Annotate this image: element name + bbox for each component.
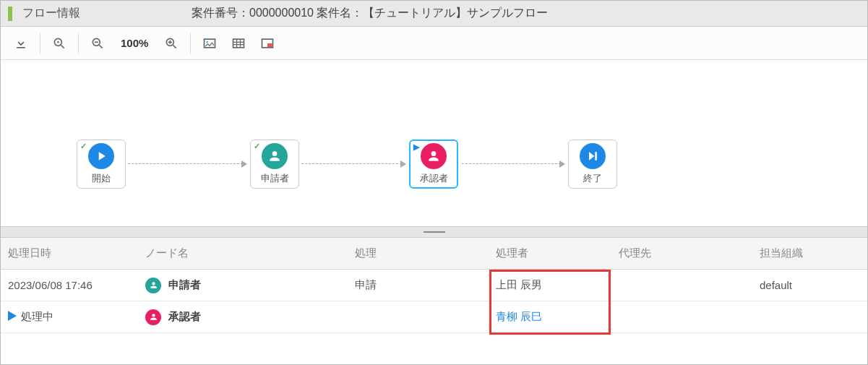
col-proxy: 代理先 xyxy=(611,246,752,260)
fit-zoom-button[interactable] xyxy=(45,27,74,59)
person-circle-icon xyxy=(262,143,288,169)
cell-operator: 上田 辰男 xyxy=(489,278,611,292)
svg-point-1 xyxy=(57,41,59,43)
cell-datetime: 2023/06/08 17:46 xyxy=(1,279,138,291)
node-label: 承認者 xyxy=(420,172,448,185)
flow-arrow xyxy=(128,163,246,165)
play-circle-icon xyxy=(88,143,114,169)
history-table: 処理日時 ノード名 処理 処理者 代理先 担当組織 2023/06/08 17:… xyxy=(1,238,867,364)
col-action: 処理 xyxy=(348,246,489,260)
zoom-in-icon xyxy=(164,36,179,51)
cell-node-label: 承認者 xyxy=(168,310,201,324)
flow-arrow xyxy=(462,163,564,165)
cell-status-label: 処理中 xyxy=(21,310,53,322)
node-label: 開始 xyxy=(92,172,111,185)
check-icon: ✓ xyxy=(254,142,260,151)
table-icon xyxy=(231,36,246,51)
pane-splitter[interactable] xyxy=(1,226,867,238)
view-detail-button[interactable] xyxy=(253,27,282,59)
app-window: フロー情報 案件番号：0000000010 案件名：【チュートリアル】サンプルフ… xyxy=(0,0,868,365)
cell-operator-link[interactable]: 青柳 辰巳 xyxy=(489,310,611,324)
skip-end-icon xyxy=(580,143,606,169)
toolbar-separator xyxy=(40,33,40,54)
node-label: 申請者 xyxy=(261,172,289,185)
view-table-button[interactable] xyxy=(224,27,253,59)
toolbar: 100% xyxy=(1,27,867,60)
grip-icon xyxy=(424,231,445,233)
toolbar-separator xyxy=(190,33,191,54)
check-icon: ✓ xyxy=(80,142,87,151)
flow-arrow xyxy=(301,163,405,165)
svg-point-5 xyxy=(207,41,209,43)
col-datetime: 処理日時 xyxy=(1,246,138,260)
title-marker xyxy=(8,7,12,21)
flow-node-approver[interactable]: ▶ 承認者 xyxy=(409,139,458,189)
cell-node: 申請者 xyxy=(138,278,348,293)
window-title: フロー情報 xyxy=(22,6,80,21)
view-flow-button[interactable] xyxy=(195,27,224,59)
node-label: 終了 xyxy=(583,172,602,185)
zoom-out-icon xyxy=(90,36,105,51)
play-badge-icon: ▶ xyxy=(413,142,419,152)
download-button[interactable] xyxy=(7,27,35,59)
window-subtitle: 案件番号：0000000010 案件名：【チュートリアル】サンプルフロー xyxy=(192,6,548,21)
cell-node-label: 申請者 xyxy=(168,278,201,292)
col-org: 担当組織 xyxy=(752,246,867,260)
person-circle-icon xyxy=(145,278,161,293)
col-operator: 処理者 xyxy=(489,246,611,260)
cell-org: default xyxy=(752,279,867,291)
flow-node-end[interactable]: 終了 xyxy=(568,139,617,189)
table-header: 処理日時 ノード名 処理 処理者 代理先 担当組織 xyxy=(1,238,867,270)
zoom-out-button[interactable] xyxy=(83,27,112,59)
svg-rect-8 xyxy=(267,43,272,47)
download-icon xyxy=(14,36,28,51)
flow-node-applicant[interactable]: ✓ 申請者 xyxy=(250,139,299,189)
person-circle-icon xyxy=(421,143,447,169)
play-triangle-icon xyxy=(8,311,17,321)
person-circle-icon xyxy=(145,309,161,325)
svg-rect-6 xyxy=(233,39,244,48)
zoom-level: 100% xyxy=(112,37,157,49)
table-row[interactable]: 2023/06/08 17:46 申請者 申請 上田 辰男 default xyxy=(1,270,867,301)
col-node: ノード名 xyxy=(138,246,348,260)
cell-node: 承認者 xyxy=(138,309,348,325)
toolbar-separator xyxy=(78,33,79,54)
titlebar: フロー情報 案件番号：0000000010 案件名：【チュートリアル】サンプルフ… xyxy=(1,1,867,27)
image-box-icon xyxy=(202,36,217,51)
cell-datetime: 処理中 xyxy=(1,310,138,324)
table-row[interactable]: 処理中 承認者 青柳 辰巳 xyxy=(1,301,867,333)
zoom-in-button[interactable] xyxy=(157,27,186,59)
panel-icon xyxy=(260,36,275,51)
flow-canvas[interactable]: ✓ 開始 ✓ 申請者 ▶ 承認者 終了 xyxy=(1,60,867,226)
cell-action: 申請 xyxy=(348,278,489,292)
magnifier-target-icon xyxy=(52,36,66,51)
flow-node-start[interactable]: ✓ 開始 xyxy=(77,139,126,189)
